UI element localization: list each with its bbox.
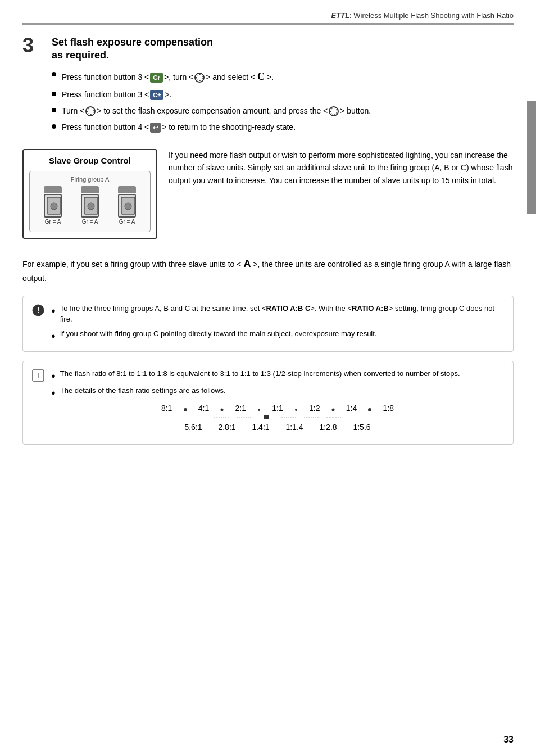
example-text: For example, if you set a firing group w… (22, 256, 514, 284)
ratio-top-row: 8:1 4:1 2:1 1:1 1:2 1:4 1:8 (51, 404, 504, 413)
flash-label-1: Gr = A (45, 219, 61, 225)
ratio-val-3: 2:1 (226, 404, 255, 413)
ratio-mid-row (51, 414, 504, 422)
header-brand: ETTL (331, 11, 350, 20)
warning-item-2: ● If you shoot with firing group C point… (51, 328, 504, 342)
ratio-ab-label: RATIO A:B (352, 304, 389, 313)
firing-group-label: Firing group A (34, 176, 146, 183)
ratio-val-1: 8:1 (153, 404, 181, 413)
flash-svg-2 (83, 196, 99, 218)
step-section: 3 Set flash exposure compensationas requ… (22, 36, 514, 138)
ratio-sep-4 (292, 404, 301, 413)
ratio-table: 8:1 4:1 2:1 1:1 1:2 1:4 1:8 (51, 404, 504, 432)
ratio-sep-2 (217, 404, 226, 413)
ratio-bot-2: 2.8:1 (213, 423, 241, 432)
slave-group-box: Slave Group Control Firing group A (22, 149, 157, 239)
ratio-dots-4 (280, 414, 297, 420)
step-number: 3 (22, 34, 43, 138)
header-text: : Wireless Multiple Flash Shooting with … (349, 11, 514, 20)
bullet-dot-1 (52, 72, 56, 76)
svg-point-5 (125, 203, 131, 210)
flash-head-3 (118, 186, 136, 193)
warning-note-box: ! ● To fire the three firing groups A, B… (22, 296, 514, 352)
svg-rect-18 (264, 415, 269, 419)
ratio-bot-5: 1:2.8 (314, 423, 342, 432)
warning-icon: ! (32, 304, 44, 319)
right-column: If you need more flash output or wish to… (169, 149, 514, 245)
info-note-content: ● The flash ratio of 8:1 to 1:1 to 1:8 i… (51, 368, 504, 437)
info-item-1: ● The flash ratio of 8:1 to 1:1 to 1:8 i… (51, 368, 504, 382)
ratio-dots-6 (325, 414, 342, 420)
svg-point-11 (221, 409, 224, 411)
bullet-dot-3 (52, 108, 56, 112)
ratio-dots-5 (303, 414, 320, 420)
flash-unit-2: Gr = A (81, 186, 99, 225)
ratio-val-7: 1:8 (374, 404, 402, 413)
bullet-dot-w2: ● (51, 331, 56, 342)
flash-units: Gr = A Gr = A (34, 186, 146, 225)
bullet-dot-i1: ● (51, 370, 56, 382)
bullet-1: Press function button 3 <Gr>, turn <> an… (52, 69, 514, 84)
ratio-sep-6 (366, 404, 375, 413)
svg-point-1 (51, 203, 57, 210)
svg-point-13 (295, 409, 297, 411)
flash-body-2 (81, 194, 99, 218)
svg-point-15 (368, 408, 371, 411)
ratio-sep-1 (181, 404, 190, 413)
bullet-dot-i2: ● (51, 387, 56, 399)
flash-label-3: Gr = A (119, 219, 135, 225)
bullet-dot-2 (52, 92, 56, 96)
warning-text-2: If you shoot with firing group C pointin… (60, 328, 377, 339)
step-bullet-list: Press function button 3 <Gr>, turn <> an… (52, 69, 514, 133)
bullet-dot-4 (52, 124, 56, 129)
slave-group-description: If you need more flash output or wish to… (169, 149, 514, 187)
page-number: 33 (503, 735, 514, 745)
flash-diagram: Firing group A Gr = A (29, 171, 151, 232)
flash-head-2 (81, 186, 99, 193)
warning-text-1: To fire the three firing groups A, B and… (60, 303, 504, 325)
bullet-dot-w1: ● (51, 305, 56, 316)
ratio-sep-5 (329, 404, 338, 413)
dial-icon-3 (329, 106, 339, 116)
info-svg: i (32, 369, 44, 382)
info-icon: i (32, 369, 44, 383)
ratio-bot-6: 1:5.6 (348, 423, 376, 432)
svg-point-10 (184, 408, 187, 411)
bullet-4-text: Press function button 4 <↩> to return to… (62, 121, 296, 133)
ratio-bottom-row: 5.6:1 2.8:1 1.4:1 1:1.4 1:2.8 1:5.6 (51, 423, 504, 432)
step-title: Set flash exposure compensationas requir… (52, 36, 514, 62)
badge-c-plus-minus: C± (150, 90, 163, 101)
ratio-dots-2 (235, 414, 252, 420)
ratio-val-2: 4:1 (189, 404, 217, 413)
ratio-val-4: 1:1 (264, 404, 292, 413)
svg-point-3 (88, 203, 94, 210)
flash-svg-1 (46, 196, 62, 218)
dial-icon-2 (85, 106, 96, 116)
bullet-1-text: Press function button 3 <Gr>, turn <> an… (62, 69, 274, 84)
ratio-bot-3: 1.4:1 (247, 423, 275, 432)
warning-svg: ! (32, 304, 44, 316)
bullet-3-text: Turn <> to set the flash exposure compen… (62, 105, 371, 117)
info-text-2: The details of the flash ratio settings … (60, 385, 226, 396)
ratio-bot-1: 5.6:1 (179, 423, 207, 432)
flash-head-1 (44, 186, 62, 193)
badge-gr: Gr (150, 73, 163, 83)
info-note-box: i ● The flash ratio of 8:1 to 1:1 to 1:8… (22, 361, 514, 445)
slave-group-section: Slave Group Control Firing group A (22, 149, 514, 245)
bullet-2-text: Press function button 3 <C±>. (62, 89, 171, 101)
step-content: Set flash exposure compensationas requir… (52, 36, 514, 138)
bullet-4: Press function button 4 <↩> to return to… (52, 121, 514, 133)
flash-label-2: Gr = A (82, 219, 98, 225)
ratio-dots-1 (213, 414, 230, 420)
large-c: C (257, 71, 265, 82)
ratio-dots-3 (258, 414, 275, 420)
info-item-2: ● The details of the flash ratio setting… (51, 385, 504, 399)
left-column: Slave Group Control Firing group A (22, 149, 157, 245)
large-a: A (243, 258, 251, 269)
svg-text:i: i (38, 372, 39, 380)
bullet-3: Turn <> to set the flash exposure compen… (52, 105, 514, 117)
svg-point-12 (258, 409, 260, 411)
dial-icon-1 (194, 73, 205, 83)
slave-group-title: Slave Group Control (29, 156, 151, 165)
sidebar-marker (527, 101, 536, 214)
